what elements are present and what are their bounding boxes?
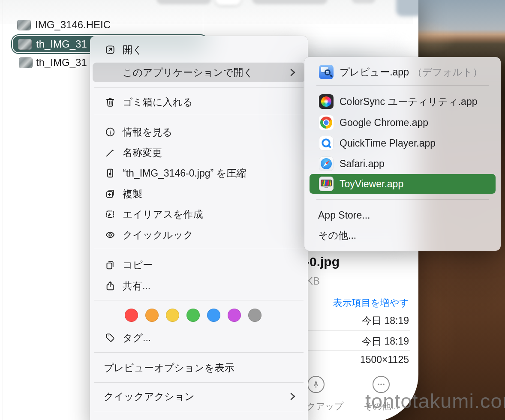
chrome-app-icon — [319, 115, 334, 130]
safari-app-icon — [319, 156, 334, 171]
submenu-item-colorsync[interactable]: ColorSync ユーティリティ.app — [304, 92, 501, 111]
pencil-icon — [104, 146, 117, 159]
file-name: th_IMG_31 — [36, 38, 87, 50]
submenu-item-toyviewer[interactable]: ToyViewer.app — [310, 174, 496, 194]
trash-icon — [104, 96, 117, 108]
menu-item-tags[interactable]: タグ... — [90, 328, 308, 347]
menu-separator — [94, 412, 304, 412]
menu-separator — [94, 382, 304, 383]
file-thumbnail — [17, 20, 31, 30]
info-value-dimensions: 1500×1125 — [308, 354, 409, 366]
sidebar-divider — [3, 0, 3, 420]
default-suffix: （デフォルト） — [412, 66, 483, 79]
file-thumbnail — [19, 57, 33, 68]
markup-pen-icon — [312, 380, 320, 389]
file-thumbnail — [18, 39, 32, 50]
menu-item-open[interactable]: 開く — [90, 40, 308, 59]
menu-item-show-preview-options[interactable]: プレビューオプションを表示 — [90, 358, 308, 377]
info-divider — [300, 350, 410, 351]
column-divider — [203, 9, 203, 38]
menu-separator — [94, 248, 304, 248]
info-divider — [300, 330, 410, 331]
screenshot-root: IMG_3146.HEIC th_IMG_31 th_IMG_31 -0.jpg… — [0, 0, 505, 420]
site-watermark: tontotakumi.com — [365, 389, 505, 413]
colorsync-app-icon — [319, 94, 334, 109]
menu-item-duplicate[interactable]: 複製 — [90, 184, 308, 203]
context-menu: 開く このアプリケーションで開く ゴミ箱に入れる 情報を — [90, 36, 308, 420]
quicktime-app-icon — [319, 136, 334, 150]
file-name: IMG_3146.HEIC — [35, 19, 111, 31]
tag-green[interactable] — [186, 309, 200, 322]
tag-yellow[interactable] — [166, 309, 179, 322]
ellipsis-icon — [376, 380, 386, 389]
info-value-created: 今日 18:19 — [308, 314, 409, 327]
menu-separator — [94, 87, 304, 88]
toolbar-blurred-button — [156, 0, 211, 4]
submenu-item-quicktime[interactable]: QuickTime Player.app — [304, 133, 501, 153]
menu-item-move-to-trash[interactable]: ゴミ箱に入れる — [90, 93, 308, 111]
toyviewer-app-icon — [319, 177, 334, 191]
tag-purple[interactable] — [228, 309, 241, 322]
share-icon — [104, 279, 117, 292]
submenu-item-chrome[interactable]: Google Chrome.app — [304, 113, 501, 132]
submenu-chevron-icon — [289, 68, 297, 77]
menu-item-get-info[interactable]: 情報を見る — [90, 123, 308, 141]
menu-item-quick-look[interactable]: クイックルック — [90, 225, 308, 244]
menu-item-open-with[interactable]: このアプリケーションで開く — [93, 63, 305, 82]
toolbar-blurred-button — [252, 0, 328, 4]
info-icon — [104, 126, 117, 138]
menu-item-copy[interactable]: コピー — [90, 255, 308, 274]
toolbar-blurred-button — [396, 0, 418, 16]
menu-separator — [94, 352, 304, 353]
open-with-submenu: プレビュー.app （デフォルト） ColorSync ユーティリティ.app … — [304, 57, 501, 251]
tag-color-row — [90, 309, 308, 322]
open-icon — [104, 43, 117, 56]
submenu-separator — [316, 199, 489, 200]
alias-icon — [104, 208, 117, 221]
copy-icon — [104, 258, 117, 271]
menu-separator — [94, 115, 304, 115]
submenu-separator — [316, 85, 489, 86]
file-name: th_IMG_31 — [36, 57, 87, 69]
tag-icon — [104, 331, 117, 344]
duplicate-icon — [104, 187, 117, 200]
preview-filename: -0.jpg — [305, 255, 340, 269]
menu-item-quick-actions[interactable]: クイックアクション — [90, 387, 308, 406]
markup-button[interactable] — [307, 376, 325, 393]
tag-red[interactable] — [125, 309, 138, 322]
menu-item-make-alias[interactable]: エイリアスを作成 — [90, 205, 308, 224]
info-value-modified: 今日 18:19 — [308, 335, 409, 348]
eye-icon — [104, 228, 117, 241]
submenu-item-app-store[interactable]: App Store... — [304, 205, 501, 225]
toolbar-blurred-button — [352, 0, 376, 3]
submenu-item-other[interactable]: その他... — [304, 225, 501, 245]
menu-item-compress[interactable]: “th_IMG_3146-0.jpg” を圧縮 — [90, 164, 308, 183]
menu-separator — [94, 300, 304, 300]
menu-item-rename[interactable]: 名称変更 — [90, 143, 308, 162]
compress-icon — [104, 167, 117, 180]
tag-gray[interactable] — [248, 309, 262, 322]
submenu-item-safari[interactable]: Safari.app — [304, 154, 501, 174]
preview-filesize-unit: KB — [306, 275, 320, 287]
preview-app-icon — [319, 65, 334, 79]
toolbar-blurred-button — [215, 0, 241, 5]
show-more-fields-link[interactable]: 表示項目を増やす — [308, 297, 409, 309]
submenu-chevron-icon — [289, 392, 297, 401]
submenu-item-preview-app[interactable]: プレビュー.app （デフォルト） — [304, 62, 501, 82]
tag-orange[interactable] — [145, 309, 159, 322]
tag-blue[interactable] — [207, 309, 220, 322]
menu-item-share[interactable]: 共有... — [90, 276, 308, 295]
